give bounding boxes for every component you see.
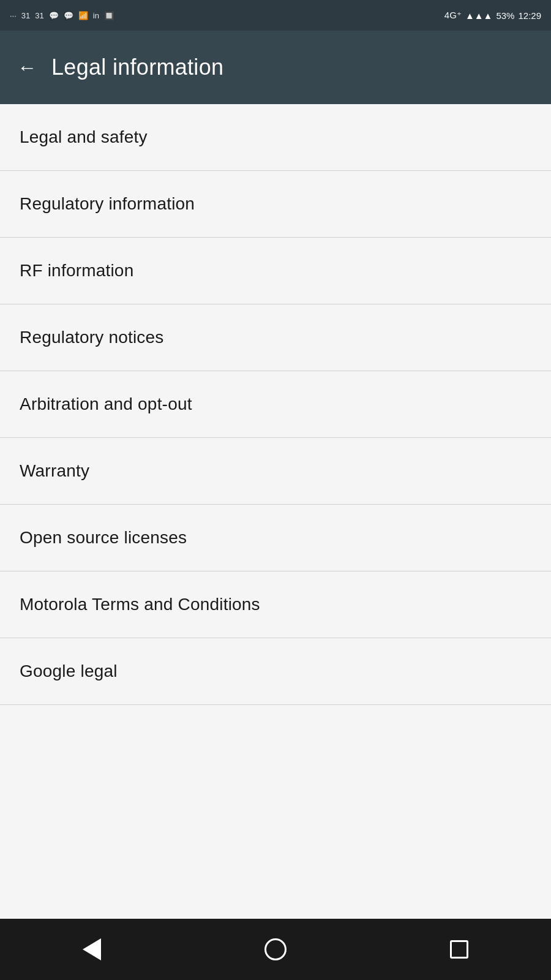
list-item-open-source-licenses[interactable]: Open source licenses [0, 505, 551, 571]
list-item-label-motorola-terms: Motorola Terms and Conditions [20, 595, 260, 614]
list-item-label-google-legal: Google legal [20, 662, 118, 681]
message-icon-1: 💬 [49, 11, 59, 20]
list-item-label-regulatory-information: Regulatory information [20, 194, 195, 214]
list-item-label-regulatory-notices: Regulatory notices [20, 328, 164, 347]
list-item-google-legal[interactable]: Google legal [0, 638, 551, 705]
message-icon-2: 💬 [64, 11, 73, 20]
status-bar-right: 4G⁺ ▲▲▲ 53% 12:29 [444, 10, 541, 21]
list-item-motorola-terms[interactable]: Motorola Terms and Conditions [0, 571, 551, 638]
time-display: 12:29 [518, 10, 541, 21]
nav-back-button[interactable] [73, 931, 110, 968]
app-bar: ← Legal information [0, 31, 551, 104]
list-item-label-rf-information: RF information [20, 261, 133, 281]
screenshot-icon: 🔲 [104, 11, 114, 20]
list-item-label-legal-and-safety: Legal and safety [20, 127, 148, 147]
page-title: Legal information [51, 55, 223, 80]
list-item-regulatory-information[interactable]: Regulatory information [0, 171, 551, 238]
list-item-arbitration-and-opt-out[interactable]: Arbitration and opt-out [0, 371, 551, 438]
recents-square-icon [450, 940, 468, 959]
linkedin-icon: in [93, 11, 99, 20]
status-bar-left: ··· 31 31 💬 💬 📶 in 🔲 [10, 11, 114, 20]
list-item-legal-and-safety[interactable]: Legal and safety [0, 104, 551, 171]
network-indicator: 4G⁺ [444, 10, 462, 21]
battery-indicator: 53% [496, 10, 514, 21]
calendar-icon-2: 31 [35, 11, 43, 20]
home-circle-icon [264, 938, 287, 960]
notification-dots-icon: ··· [10, 11, 17, 20]
list-item-label-arbitration-and-opt-out: Arbitration and opt-out [20, 394, 192, 414]
nav-bar [0, 919, 551, 980]
back-triangle-icon [83, 938, 101, 960]
list-item-label-warranty: Warranty [20, 461, 89, 481]
signal-icon: ▲▲▲ [465, 10, 493, 21]
calendar-icon-1: 31 [21, 11, 30, 20]
nav-recents-button[interactable] [441, 931, 478, 968]
wifi-icon: 📶 [78, 11, 88, 20]
status-bar: ··· 31 31 💬 💬 📶 in 🔲 4G⁺ ▲▲▲ 53% 12:29 [0, 0, 551, 31]
back-button[interactable]: ← [17, 58, 37, 77]
legal-info-list: Legal and safetyRegulatory informationRF… [0, 104, 551, 919]
nav-home-button[interactable] [257, 931, 294, 968]
list-item-warranty[interactable]: Warranty [0, 438, 551, 505]
list-item-label-open-source-licenses: Open source licenses [20, 528, 187, 548]
list-item-regulatory-notices[interactable]: Regulatory notices [0, 304, 551, 371]
list-item-rf-information[interactable]: RF information [0, 238, 551, 304]
